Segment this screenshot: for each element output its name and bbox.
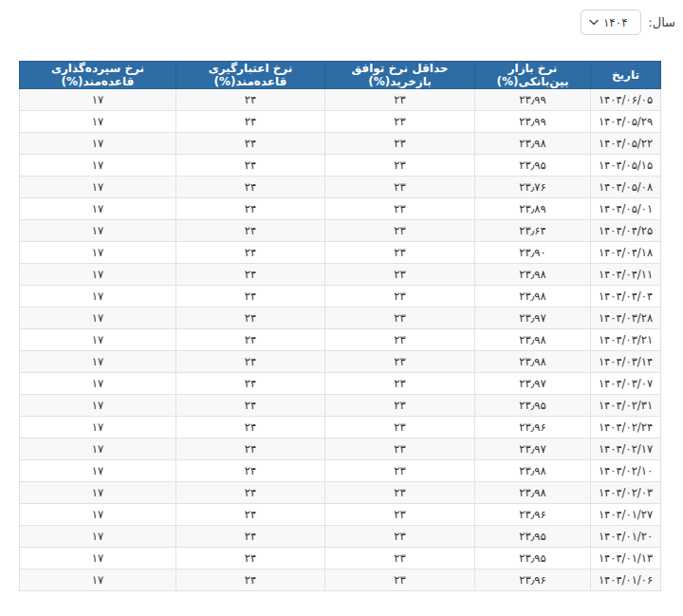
column-header-deposit-rate: نرخ سپرده‌گذاری قاعده‌مند(%)	[20, 62, 176, 89]
date-cell: ۱۴۰۴/۰۵/۱۵	[591, 155, 661, 177]
table-row: ۱۴۰۴/۰۲/۳۱۲۳٫۹۵۲۳۲۴۱۷	[20, 395, 661, 417]
interbank_rate-cell: ۲۳٫۹۸	[475, 460, 591, 482]
repo_min_rate-cell: ۲۳	[325, 548, 475, 569]
interbank_rate-cell: ۲۳٫۹۸	[475, 329, 591, 351]
date-cell: ۱۴۰۴/۰۵/۲۹	[591, 111, 661, 133]
date-cell: ۱۴۰۴/۰۵/۰۱	[591, 198, 661, 220]
repo_min_rate-cell: ۲۳	[325, 133, 475, 155]
date-cell: ۱۴۰۴/۰۳/۰۷	[591, 373, 661, 395]
deposit_rate-cell: ۱۷	[20, 155, 176, 177]
deposit_rate-cell: ۱۷	[20, 417, 176, 439]
table-row: ۱۴۰۴/۰۶/۰۵۲۳٫۹۹۲۳۲۴۱۷	[20, 89, 661, 111]
credit_rate-cell: ۲۴	[176, 417, 325, 439]
interbank_rate-cell: ۲۳٫۹۹	[475, 89, 591, 111]
rates-table-body: ۱۴۰۴/۰۶/۰۵۲۳٫۹۹۲۳۲۴۱۷۱۴۰۴/۰۵/۲۹۲۳٫۹۹۲۳۲۴…	[20, 89, 661, 591]
credit_rate-cell: ۲۴	[176, 482, 325, 504]
interbank_rate-cell: ۲۳٫۹۷	[475, 373, 591, 395]
date-cell: ۱۴۰۴/۰۱/۰۶	[591, 569, 661, 591]
date-cell: ۱۴۰۴/۰۱/۲۰	[591, 526, 661, 548]
deposit_rate-cell: ۱۷	[20, 504, 176, 526]
deposit_rate-cell: ۱۷	[20, 177, 176, 198]
chevron-down-icon	[589, 19, 599, 26]
interbank_rate-cell: ۲۳٫۹۷	[475, 308, 591, 329]
interbank_rate-cell: ۲۳٫۹۸	[475, 264, 591, 286]
deposit_rate-cell: ۱۷	[20, 220, 176, 242]
table-row: ۱۴۰۴/۰۵/۱۵۲۳٫۹۵۲۳۲۴۱۷	[20, 155, 661, 177]
table-row: ۱۴۰۴/۰۳/۰۷۲۳٫۹۷۲۳۲۴۱۷	[20, 373, 661, 395]
interbank_rate-cell: ۲۳٫۹۹	[475, 111, 591, 133]
credit_rate-cell: ۲۴	[176, 89, 325, 111]
table-row: ۱۴۰۴/۰۲/۱۷۲۳٫۹۷۲۳۲۴۱۷	[20, 439, 661, 460]
date-cell: ۱۴۰۴/۰۶/۰۵	[591, 89, 661, 111]
deposit_rate-cell: ۱۷	[20, 482, 176, 504]
credit_rate-cell: ۲۴	[176, 286, 325, 308]
repo_min_rate-cell: ۲۳	[325, 526, 475, 548]
credit_rate-cell: ۲۴	[176, 264, 325, 286]
column-header-interbank-rate: نرخ بازار بین‌بانکی(%)	[475, 62, 591, 89]
credit_rate-cell: ۲۴	[176, 548, 325, 569]
date-cell: ۱۴۰۴/۰۲/۳۱	[591, 395, 661, 417]
deposit_rate-cell: ۱۷	[20, 308, 176, 329]
credit_rate-cell: ۲۴	[176, 155, 325, 177]
year-select[interactable]: ۱۴۰۴	[581, 9, 641, 35]
date-cell: ۱۴۰۴/۰۲/۰۳	[591, 482, 661, 504]
repo_min_rate-cell: ۲۳	[325, 177, 475, 198]
credit_rate-cell: ۲۴	[176, 177, 325, 198]
date-cell: ۱۴۰۴/۰۲/۱۰	[591, 460, 661, 482]
interbank_rate-cell: ۲۳٫۹۸	[475, 482, 591, 504]
date-cell: ۱۴۰۴/۰۴/۰۴	[591, 286, 661, 308]
interbank_rate-cell: ۲۳٫۹۶	[475, 504, 591, 526]
credit_rate-cell: ۲۴	[176, 133, 325, 155]
deposit_rate-cell: ۱۷	[20, 89, 176, 111]
date-cell: ۱۴۰۴/۰۴/۱۸	[591, 242, 661, 264]
repo_min_rate-cell: ۲۳	[325, 198, 475, 220]
table-row: ۱۴۰۴/۰۴/۰۴۲۳٫۹۸۲۳۲۴۱۷	[20, 286, 661, 308]
credit_rate-cell: ۲۴	[176, 220, 325, 242]
table-row: ۱۴۰۴/۰۱/۰۶۲۳٫۹۶۲۳۲۴۱۷	[20, 569, 661, 591]
table-row: ۱۴۰۴/۰۵/۰۱۲۳٫۸۹۲۳۲۴۱۷	[20, 198, 661, 220]
repo_min_rate-cell: ۲۳	[325, 569, 475, 591]
credit_rate-cell: ۲۴	[176, 308, 325, 329]
interbank_rate-cell: ۲۳٫۹۵	[475, 155, 591, 177]
date-cell: ۱۴۰۴/۰۲/۱۷	[591, 439, 661, 460]
credit_rate-cell: ۲۴	[176, 439, 325, 460]
year-filter: سال: ۱۴۰۴	[581, 9, 675, 35]
table-row: ۱۴۰۴/۰۱/۲۰۲۳٫۹۵۲۳۲۴۱۷	[20, 526, 661, 548]
repo_min_rate-cell: ۲۳	[325, 504, 475, 526]
repo_min_rate-cell: ۲۳	[325, 460, 475, 482]
interbank_rate-cell: ۲۳٫۹۶	[475, 569, 591, 591]
interbank_rate-cell: ۲۳٫۷۶	[475, 177, 591, 198]
repo_min_rate-cell: ۲۳	[325, 220, 475, 242]
repo_min_rate-cell: ۲۳	[325, 89, 475, 111]
year-label: سال:	[648, 15, 675, 29]
deposit_rate-cell: ۱۷	[20, 329, 176, 351]
column-header-credit-rate: نرخ اعتبارگیری قاعده‌مند(%)	[176, 62, 325, 89]
repo_min_rate-cell: ۲۳	[325, 439, 475, 460]
repo_min_rate-cell: ۲۳	[325, 351, 475, 373]
deposit_rate-cell: ۱۷	[20, 548, 176, 569]
credit_rate-cell: ۲۴	[176, 504, 325, 526]
deposit_rate-cell: ۱۷	[20, 242, 176, 264]
table-row: ۱۴۰۴/۰۳/۲۸۲۳٫۹۷۲۳۲۴۱۷	[20, 308, 661, 329]
repo_min_rate-cell: ۲۳	[325, 242, 475, 264]
page: { "year_control": { "label": "سال:", "se…	[0, 0, 683, 616]
date-cell: ۱۴۰۴/۰۲/۲۴	[591, 417, 661, 439]
repo_min_rate-cell: ۲۳	[325, 308, 475, 329]
deposit_rate-cell: ۱۷	[20, 439, 176, 460]
deposit_rate-cell: ۱۷	[20, 526, 176, 548]
interbank_rate-cell: ۲۳٫۹۵	[475, 548, 591, 569]
interbank_rate-cell: ۲۳٫۹۷	[475, 439, 591, 460]
interbank_rate-cell: ۲۳٫۹۵	[475, 395, 591, 417]
repo_min_rate-cell: ۲۳	[325, 395, 475, 417]
date-cell: ۱۴۰۴/۰۱/۱۳	[591, 548, 661, 569]
repo_min_rate-cell: ۲۳	[325, 264, 475, 286]
credit_rate-cell: ۲۴	[176, 395, 325, 417]
credit_rate-cell: ۲۴	[176, 198, 325, 220]
repo_min_rate-cell: ۲۳	[325, 373, 475, 395]
deposit_rate-cell: ۱۷	[20, 395, 176, 417]
interbank_rate-cell: ۲۳٫۹۸	[475, 133, 591, 155]
column-header-date: تاریخ	[591, 62, 661, 89]
interbank_rate-cell: ۲۳٫۹۶	[475, 417, 591, 439]
interbank_rate-cell: ۲۳٫۶۴	[475, 220, 591, 242]
repo_min_rate-cell: ۲۳	[325, 329, 475, 351]
